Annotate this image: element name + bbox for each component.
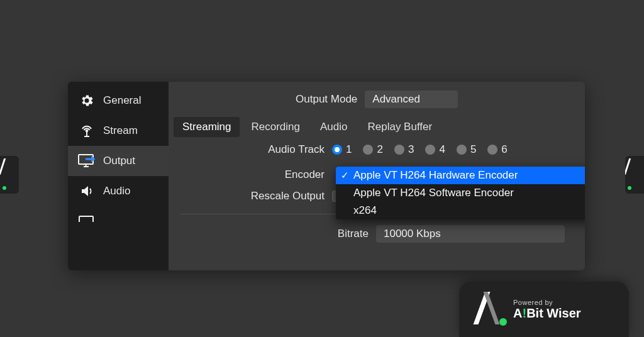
tab-audio[interactable]: Audio <box>311 117 356 137</box>
bitrate-field[interactable]: 10000 Kbps <box>376 225 565 243</box>
sidebar-item-more[interactable] <box>68 206 169 226</box>
settings-window: General Stream Output Audio <box>68 82 585 270</box>
sidebar-item-label: Output <box>103 155 135 167</box>
encoder-dropdown[interactable]: ✓ Apple VT H264 Hardware Encoder Apple V… <box>336 167 585 219</box>
encoder-label: Encoder <box>169 168 332 181</box>
audio-track-radios: 1 2 3 4 5 6 <box>332 143 508 156</box>
audio-track-3[interactable]: 3 <box>394 143 414 156</box>
device-icon <box>78 211 96 226</box>
tab-streaming[interactable]: Streaming <box>174 117 240 137</box>
sidebar-item-label: Audio <box>103 185 130 197</box>
antenna-icon <box>78 123 96 138</box>
tab-recording[interactable]: Recording <box>242 117 309 137</box>
powered-by-badge: Powered by A!Bit Wiser <box>459 282 629 337</box>
encoder-option-hw[interactable]: ✓ Apple VT H264 Hardware Encoder <box>336 167 585 184</box>
settings-sidebar: General Stream Output Audio <box>68 82 169 270</box>
brand-logo-icon <box>473 292 503 327</box>
svg-point-0 <box>86 130 88 132</box>
output-tabs: Streaming Recording Audio Replay Buffer <box>174 117 441 137</box>
audio-track-6[interactable]: 6 <box>487 143 507 156</box>
output-mode-label: Output Mode <box>296 93 357 106</box>
edge-watermark-right <box>625 156 644 194</box>
powered-by-label: Powered by <box>513 299 581 306</box>
audio-track-4[interactable]: 4 <box>425 143 445 156</box>
checkmark-icon: ✓ <box>340 170 350 181</box>
speaker-icon <box>78 184 96 199</box>
bitrate-label: Bitrate <box>169 228 376 240</box>
sidebar-item-audio[interactable]: Audio <box>68 176 169 206</box>
rescale-output-label: Rescale Output <box>169 190 332 202</box>
gear-icon <box>78 93 96 108</box>
audio-track-1[interactable]: 1 <box>332 143 352 156</box>
audio-track-2[interactable]: 2 <box>363 143 382 156</box>
audio-track-label: Audio Track <box>169 143 332 156</box>
encoder-option-x264[interactable]: x264 <box>336 202 585 219</box>
sidebar-item-general[interactable]: General <box>68 86 169 116</box>
svg-rect-2 <box>79 216 93 222</box>
sidebar-item-output[interactable]: Output <box>68 146 169 176</box>
output-mode-select[interactable]: Advanced <box>365 91 458 108</box>
brand-name: A!Bit Wiser <box>513 306 581 321</box>
audio-track-5[interactable]: 5 <box>457 143 476 156</box>
sidebar-item-stream[interactable]: Stream <box>68 116 169 146</box>
sidebar-item-label: General <box>103 94 141 107</box>
output-settings-pane: Output Mode Advanced Streaming Recording… <box>169 82 585 270</box>
encoder-option-sw[interactable]: Apple VT H264 Software Encoder <box>336 184 585 202</box>
sidebar-item-label: Stream <box>103 124 138 137</box>
monitor-arrow-icon <box>78 153 96 168</box>
edge-watermark-left <box>0 156 19 194</box>
tab-replay-buffer[interactable]: Replay Buffer <box>358 117 441 137</box>
